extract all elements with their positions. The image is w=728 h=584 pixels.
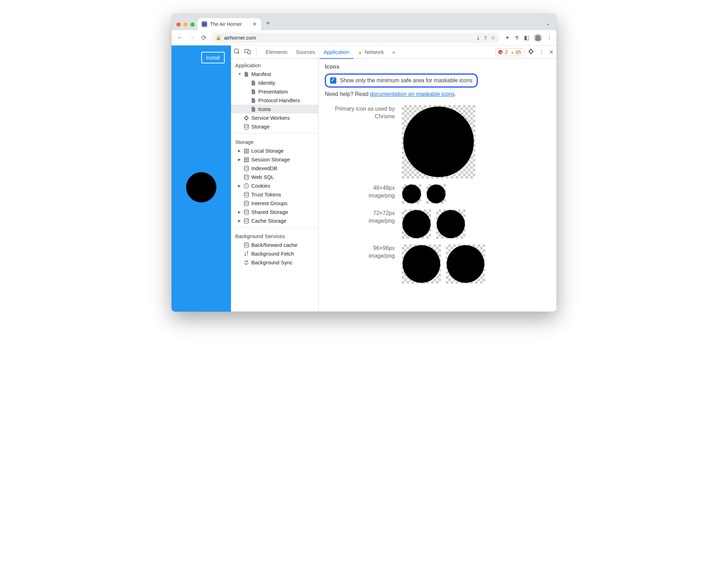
browser-toolbar: ← → ⟳ 🔒 airhorner.com ⤓ ⇧ ☆ ✦ ⚗ ◧ ⋮ [172,30,556,46]
browser-tabstrip: The Air Horner ✕ + ⌄ [172,14,556,30]
warning-icon: ▲ [358,49,363,55]
sidebar-item-icons[interactable]: Icons [231,105,318,113]
icon-72-preview [402,209,431,239]
close-window-icon[interactable] [176,22,181,27]
maskable-checkbox-label: Show only the minimum safe area for mask… [340,77,472,84]
help-text: Need help? Read documentation on maskabl… [325,91,550,97]
sidebar-item-protocol-handlers[interactable]: Protocol Handlers [231,96,318,105]
close-devtools-icon[interactable]: ✕ [549,49,554,55]
icon-72-label: 72×72pximage/png [325,209,395,225]
install-button[interactable]: Install [201,52,225,63]
sidebar-item-presentation[interactable]: Presentation [231,87,318,96]
maskable-docs-link[interactable]: documentation on maskable icons [370,91,455,97]
tab-network[interactable]: ▲Network [354,46,388,59]
install-app-icon[interactable]: ⤓ [476,35,481,41]
tabs-menu-icon[interactable]: ⌄ [543,20,553,30]
tab-title: The Air Horner [210,21,242,27]
svg-rect-10 [248,50,250,54]
favicon-icon [202,21,207,27]
browser-tab[interactable]: The Air Horner ✕ [197,18,261,30]
device-toggle-icon[interactable] [244,48,251,56]
sidebar-item-shared-storage[interactable]: ▶Shared Storage [231,208,318,216]
extensions-icon[interactable]: ✦ [505,34,510,41]
back-button[interactable]: ← [176,34,184,41]
sidebar-item-app-storage[interactable]: Storage [231,122,318,131]
devtools-tabbar: Elements Sources Application ▲Network » … [231,46,556,59]
maskable-safe-area-row[interactable]: Show only the minimum safe area for mask… [325,74,478,88]
minimize-window-icon[interactable] [183,22,188,27]
icon-96-preview [446,244,485,284]
sidebar-item-indexeddb[interactable]: IndexedDB [231,164,318,173]
tab-sources[interactable]: Sources [292,46,320,59]
bookmark-icon[interactable]: ☆ [491,35,495,41]
devtools-menu-icon[interactable]: ⋮ [539,49,544,55]
settings-icon[interactable] [528,48,534,56]
sidebar-item-session-storage[interactable]: ▶Session Storage [231,155,318,164]
section-storage: Storage [231,135,318,146]
application-sidebar: Application ▼Manifest Identity Presentat… [231,59,318,312]
tabs-overflow-icon[interactable]: » [388,46,399,59]
primary-icon-preview [402,105,475,179]
sidebar-item-manifest[interactable]: ▼Manifest [231,70,318,78]
primary-icon-label: Primary icon as used byChrome [325,105,395,121]
icon-48-label: 48×48pximage/png [325,184,395,200]
console-status[interactable]: 2 85 [495,48,524,56]
sidebar-item-bfcache[interactable]: Back/forward cache [231,241,318,249]
sidebar-item-trust-tokens[interactable]: Trust Tokens [231,190,318,199]
address-bar[interactable]: 🔒 airhorner.com ⤓ ⇧ ☆ [211,33,499,43]
maximize-window-icon[interactable] [190,22,195,27]
inspect-icon[interactable] [234,48,240,56]
tab-application[interactable]: Application [320,46,354,59]
share-icon[interactable]: ⇧ [483,35,488,41]
warning-count: 85 [516,49,521,55]
section-application: Application [231,59,318,70]
section-background: Background Services [231,230,318,241]
lock-icon: 🔒 [216,35,221,40]
icon-96-label: 96×96pximage/png [325,244,395,260]
sidebar-item-bg-sync[interactable]: Background Sync [231,258,318,267]
sidebar-item-web-sql[interactable]: Web SQL [231,173,318,181]
icon-48-preview [402,184,421,204]
sidebar-item-cookies[interactable]: ▶Cookies [231,181,318,190]
devtools: Elements Sources Application ▲Network » … [231,46,556,312]
airhorn-button[interactable] [186,172,217,203]
browser-menu-icon[interactable]: ⋮ [547,34,552,41]
sidebar-item-bg-fetch[interactable]: Background Fetch [231,249,318,258]
sidebar-item-interest-groups[interactable]: Interest Groups [231,199,318,208]
profile-icon[interactable] [534,34,542,42]
tab-elements[interactable]: Elements [261,46,292,59]
icons-panel: Icons Show only the minimum safe area fo… [318,59,556,312]
sidebar-item-identity[interactable]: Identity [231,78,318,87]
maskable-safe-area-checkbox[interactable] [330,77,336,84]
icon-96-preview [402,244,441,284]
new-tab-button[interactable]: + [261,19,275,30]
sidebar-item-cache-storage[interactable]: ▶Cache Storage [231,216,318,225]
icon-48-preview [426,184,446,204]
sidebar-item-local-storage[interactable]: ▶Local Storage [231,146,318,155]
window-controls [175,22,197,30]
icon-72-preview [436,209,465,239]
side-panel-icon[interactable]: ◧ [524,34,529,41]
sidebar-item-service-workers[interactable]: Service Workers [231,113,318,122]
forward-button: → [188,34,196,41]
reload-button[interactable]: ⟳ [200,34,208,42]
url-text: airhorner.com [224,35,256,41]
panel-heading: Icons [325,64,550,70]
labs-icon[interactable]: ⚗ [514,35,519,41]
page-viewport: Install [172,46,231,312]
error-count: 2 [505,49,508,55]
close-tab-icon[interactable]: ✕ [252,21,257,27]
